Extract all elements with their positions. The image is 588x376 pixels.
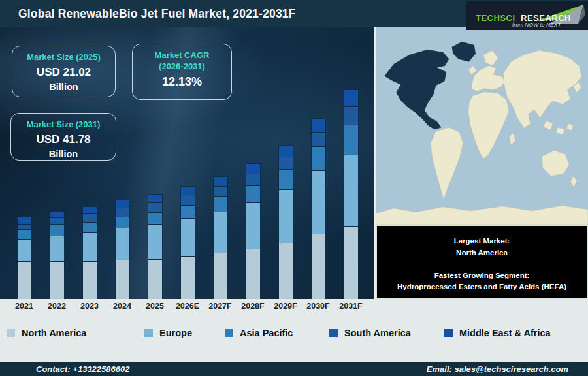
stat-title-line1: Market CAGR — [133, 50, 231, 61]
stat-unit: Billion — [11, 149, 116, 159]
legend-item-asia-pacific: Asia Pacific — [225, 328, 293, 338]
legend-swatch-south-america — [329, 329, 338, 337]
legend-swatch-asia-pacific — [225, 329, 233, 337]
stat-title: Market Size (2025) — [12, 52, 115, 63]
brand-name-techsci: TechSci — [476, 13, 515, 23]
segment-europe-2022 — [50, 236, 65, 262]
segment-asia-pacific-2023 — [82, 222, 97, 232]
infographic-root: Global RenewableBio Jet Fuel Market, 202… — [0, 0, 588, 376]
legend-label-middle-east-africa: Middle East & Africa — [459, 328, 551, 338]
largest-market-label: Largest Market: — [377, 236, 587, 247]
segment-north-america-2022 — [50, 261, 65, 299]
segment-asia-pacific-2029f — [278, 169, 293, 189]
segment-north-america-2027f — [213, 253, 228, 299]
segment-middle-east-africa-2030f — [311, 118, 326, 132]
segment-asia-pacific-2025 — [148, 212, 163, 224]
segment-south-america-2029f — [278, 157, 293, 169]
segment-middle-east-africa-2025 — [148, 194, 163, 202]
bar-2027f — [213, 176, 228, 299]
segment-asia-pacific-2027f — [213, 196, 228, 212]
footer-bar: Contact: +13322586602 Email: sales@techs… — [0, 362, 588, 376]
fastest-segment-label: Fastest Growing Segment: — [377, 270, 587, 282]
legend-swatch-middle-east-africa — [444, 329, 453, 337]
segment-europe-2031f — [344, 155, 359, 226]
segment-south-america-2030f — [311, 132, 326, 146]
segment-north-america-2025 — [148, 259, 163, 299]
bar-2023 — [82, 206, 97, 299]
axis-label-2026e: 2026E — [171, 302, 204, 311]
segment-asia-pacific-2031f — [344, 125, 359, 155]
bar-2028f — [246, 163, 261, 299]
axis-label-2025: 2025 — [139, 302, 171, 311]
chart-panel: Market Size (2025) USD 21.02 Billion Mar… — [0, 27, 374, 299]
callout-spacer — [377, 259, 587, 270]
axis-label-2027f: 2027F — [204, 302, 237, 311]
axis-label-2030f: 2030F — [302, 302, 335, 311]
segment-north-america-2023 — [82, 261, 97, 299]
segment-south-america-2028f — [246, 174, 261, 185]
segment-middle-east-africa-2022 — [50, 212, 65, 217]
legend-swatch-north-america — [7, 329, 15, 337]
segment-south-america-2026e — [180, 195, 195, 204]
segment-south-america-2027f — [213, 186, 228, 196]
segment-middle-east-africa-2029f — [278, 145, 293, 157]
segment-asia-pacific-2028f — [246, 185, 261, 202]
segment-north-america-2031f — [344, 226, 359, 299]
stat-box-market-size-2031: Market Size (2031) USD 41.78 Billion — [10, 113, 116, 161]
segment-europe-2025 — [148, 224, 163, 260]
segment-europe-2030f — [311, 170, 326, 234]
legend-label-asia-pacific: Asia Pacific — [240, 328, 293, 338]
segment-asia-pacific-2022 — [50, 224, 65, 236]
axis-label-2031f: 2031F — [335, 302, 367, 311]
right-panel: Largest Market: North America Fastest Gr… — [374, 27, 588, 299]
segment-europe-2028f — [246, 202, 261, 249]
segment-south-america-2031f — [344, 106, 359, 125]
market-callout: Largest Market: North America Fastest Gr… — [377, 226, 587, 298]
axis-label-2029f: 2029F — [269, 302, 302, 311]
stat-box-market-size-2025: Market Size (2025) USD 21.02 Billion — [12, 46, 116, 97]
segment-north-america-2028f — [246, 249, 261, 299]
brand-tagline: from NOW to NEXT — [512, 22, 561, 28]
segment-north-america-2029f — [278, 243, 293, 299]
legend-item-south-america: South America — [329, 328, 411, 338]
stat-value: USD 41.78 — [11, 133, 116, 146]
footer-email: Email: sales@techsciresearch.com — [427, 364, 568, 374]
segment-asia-pacific-2024 — [115, 217, 130, 228]
segment-north-america-2030f — [311, 234, 326, 299]
segment-middle-east-africa-2023 — [82, 206, 97, 214]
footer-contact: Contact: +13322586602 — [36, 364, 129, 374]
legend-label-europe: Europe — [159, 328, 192, 338]
stat-value: USD 21.02 — [12, 66, 115, 79]
axis-label-2028f: 2028F — [237, 302, 269, 311]
segment-middle-east-africa-2021 — [17, 217, 32, 224]
segment-europe-2023 — [82, 232, 97, 261]
axis-label-2023: 2023 — [73, 302, 106, 311]
segment-europe-2021 — [17, 239, 32, 262]
segment-europe-2027f — [213, 212, 228, 253]
legend-swatch-europe — [144, 329, 153, 337]
fastest-segment-value: Hydroprocessed Esters and Fatty Acids (H… — [377, 281, 587, 293]
bar-2029f — [278, 145, 293, 299]
chart-legend: North AmericaEuropeAsia PacificSouth Ame… — [0, 328, 588, 345]
stat-title: Market Size (2031) — [11, 119, 116, 131]
bar-2025 — [148, 194, 163, 299]
segment-middle-east-africa-2026e — [180, 186, 195, 195]
segment-south-america-2024 — [115, 208, 130, 217]
axis-strip: 202120222023202420252026E2027F2028F2029F… — [0, 299, 588, 362]
segment-middle-east-africa-2031f — [344, 89, 359, 106]
largest-market-value: North America — [377, 247, 587, 259]
segment-asia-pacific-2030f — [311, 146, 326, 171]
stat-value: 12.13% — [133, 75, 231, 89]
segment-south-america-2023 — [82, 213, 97, 221]
legend-label-south-america: South America — [344, 328, 411, 338]
bar-2030f — [311, 118, 326, 299]
bar-2022 — [50, 212, 65, 299]
legend-item-europe: Europe — [144, 328, 192, 338]
stat-unit: Billion — [12, 82, 115, 92]
segment-europe-2029f — [278, 189, 293, 243]
bar-2031f — [344, 89, 359, 299]
world-map-svg — [376, 27, 588, 225]
stat-box-market-cagr: Market CAGR (2026-2031) 12.13% — [132, 44, 232, 100]
world-map — [376, 27, 588, 225]
legend-label-north-america: North America — [22, 328, 86, 338]
